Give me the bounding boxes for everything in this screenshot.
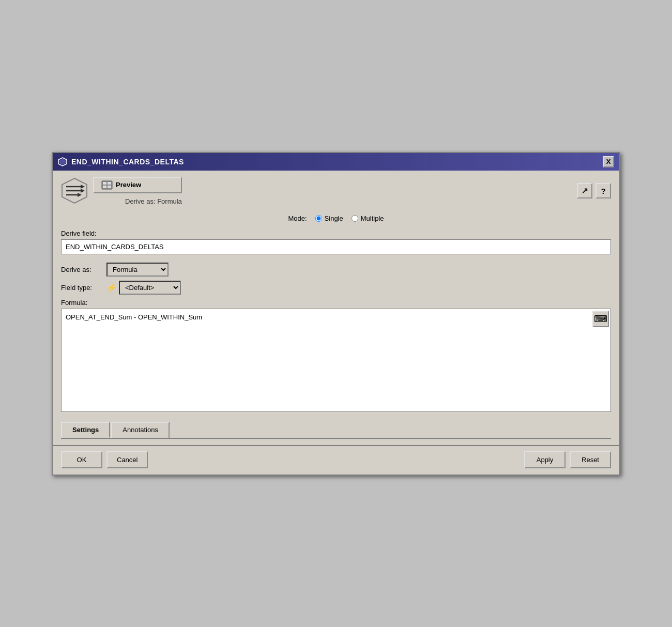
- derive-as-select[interactable]: Formula Expression Copy: [106, 263, 169, 277]
- help-button[interactable]: ?: [595, 183, 611, 198]
- tab-annotations[interactable]: Annotations: [111, 422, 170, 438]
- preview-label: Preview: [116, 181, 141, 189]
- formula-container: OPEN_AT_END_Sum - OPEN_WITHIN_Sum ⌨: [61, 309, 611, 414]
- hex-icon: [61, 177, 88, 204]
- derive-as-row: Derive as: Formula Expression Copy: [61, 263, 611, 277]
- field-type-icon: ⚡: [106, 283, 117, 293]
- tab-settings[interactable]: Settings: [61, 422, 110, 438]
- derive-as-label: Derive as:: [61, 266, 102, 273]
- top-bar-left: Preview Derive as: Formula: [61, 177, 182, 205]
- mode-single-label[interactable]: Single: [315, 215, 343, 222]
- title-bar: END_WITHIN_CARDS_DELTAS X: [53, 153, 619, 171]
- close-button[interactable]: X: [603, 156, 614, 167]
- preview-button[interactable]: Preview: [93, 177, 182, 193]
- svg-rect-10: [103, 182, 106, 185]
- apply-button[interactable]: Apply: [524, 451, 566, 468]
- svg-marker-1: [59, 159, 66, 165]
- mode-single-text: Single: [325, 215, 343, 222]
- tabs-row: Settings Annotations: [61, 422, 611, 439]
- derive-field-input[interactable]: [61, 239, 611, 254]
- dialog-title-icon: [58, 157, 67, 166]
- field-type-container: ⚡ <Default> Numeric String Date: [106, 281, 181, 295]
- dialog-body: Preview Derive as: Formula ↗ ? Mode: Sin…: [53, 171, 619, 445]
- dialog-window: END_WITHIN_CARDS_DELTAS X: [52, 152, 620, 476]
- cancel-button[interactable]: Cancel: [106, 451, 148, 468]
- reset-button[interactable]: Reset: [570, 451, 611, 468]
- derive-as-text: Derive as: Formula: [125, 197, 182, 205]
- dialog-title: END_WITHIN_CARDS_DELTAS: [71, 158, 184, 166]
- buttons-right: Apply Reset: [524, 451, 611, 468]
- svg-rect-11: [108, 182, 111, 185]
- mode-multiple-radio[interactable]: [352, 215, 358, 222]
- mode-single-radio[interactable]: [315, 215, 322, 222]
- formula-label: Formula:: [61, 299, 611, 307]
- buttons-row: OK Cancel Apply Reset: [53, 445, 619, 475]
- mode-label: Mode:: [288, 215, 307, 222]
- top-bar-right: ↗ ?: [577, 183, 611, 198]
- help-icon: ?: [601, 187, 605, 195]
- formula-input[interactable]: OPEN_AT_END_Sum - OPEN_WITHIN_Sum: [61, 309, 611, 412]
- derive-field-label: Derive field:: [61, 230, 611, 237]
- field-type-select[interactable]: <Default> Numeric String Date: [119, 281, 181, 295]
- formula-editor-icon: ⌨: [594, 313, 607, 325]
- buttons-left: OK Cancel: [61, 451, 148, 468]
- svg-rect-13: [108, 186, 111, 188]
- preview-icon: [101, 180, 113, 190]
- navigate-button[interactable]: ↗: [577, 183, 592, 198]
- mode-multiple-label[interactable]: Multiple: [352, 215, 384, 222]
- top-bar: Preview Derive as: Formula ↗ ?: [61, 177, 611, 205]
- formula-editor-button[interactable]: ⌨: [592, 311, 609, 327]
- field-type-label: Field type:: [61, 284, 102, 292]
- ok-button[interactable]: OK: [61, 451, 102, 468]
- mode-row: Mode: Single Multiple: [61, 215, 611, 222]
- preview-btn-icon: [101, 180, 113, 190]
- navigate-icon: ↗: [582, 186, 588, 195]
- field-type-row: Field type: ⚡ <Default> Numeric String D…: [61, 281, 611, 295]
- svg-rect-12: [103, 186, 106, 188]
- mode-multiple-text: Multiple: [361, 215, 384, 222]
